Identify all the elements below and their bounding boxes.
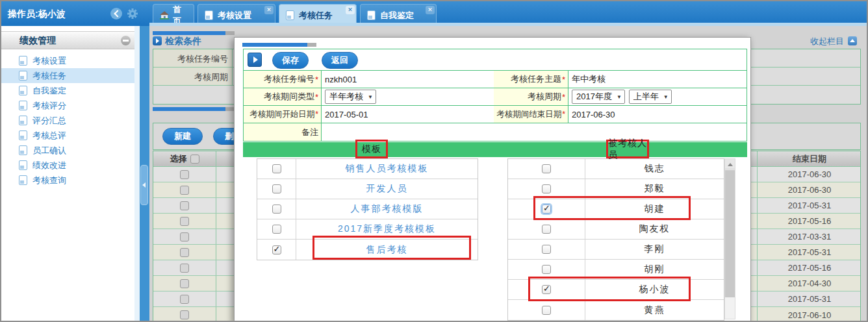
end-date-cell: 2017-06-10 bbox=[757, 307, 862, 322]
assessee-scrollbar[interactable] bbox=[724, 158, 735, 319]
sidebar-item-pingfen-huizong[interactable]: 评分汇总 bbox=[1, 113, 140, 128]
sidebar-item-kaohe-zongping[interactable]: 考核总评 bbox=[1, 128, 140, 143]
collapse-columns-link[interactable]: 收起栏目 bbox=[810, 36, 857, 47]
splitter-handle[interactable] bbox=[140, 165, 148, 205]
collapse-columns-label: 收起栏目 bbox=[810, 36, 844, 46]
sidebar-item-kaohe-shezhi[interactable]: 考核设置 bbox=[1, 53, 140, 68]
close-icon[interactable]: ✕ bbox=[264, 6, 274, 14]
scrollbar-thumb[interactable] bbox=[725, 170, 735, 297]
item-label: 考核评分 bbox=[32, 100, 66, 112]
sidebar-item-kaohe-pingfen[interactable]: 考核评分 bbox=[1, 98, 140, 113]
cycle-label: 考核周期* bbox=[494, 88, 568, 105]
end-date-field[interactable]: 2017-06-30 bbox=[568, 106, 747, 123]
row-checkbox[interactable] bbox=[180, 248, 189, 257]
close-icon[interactable]: ✕ bbox=[346, 6, 355, 14]
assessee-row: 李刚 bbox=[508, 240, 724, 260]
search-panel-title: 检索条件 bbox=[165, 36, 201, 46]
sidebar-item-ziwo-jianding[interactable]: 自我鉴定 bbox=[1, 83, 140, 98]
cycle-cell: 2017年度 上半年 bbox=[568, 88, 747, 105]
scroll-up-icon[interactable] bbox=[725, 159, 735, 169]
end-date-cell: 2017-03-31 bbox=[757, 229, 862, 244]
cycle-half-select[interactable]: 上半年 bbox=[629, 90, 672, 104]
sidebar-section-header[interactable]: 绩效管理 bbox=[1, 31, 140, 49]
sidebar-item-yuangong-queren[interactable]: 员工确认 bbox=[1, 143, 140, 158]
document-icon bbox=[286, 10, 294, 20]
assessee-checkbox[interactable] bbox=[542, 164, 551, 173]
row-checkbox[interactable] bbox=[180, 279, 189, 288]
sidebar: 绩效管理 考核设置 考核任务 自我鉴定 考核评分 评分汇总 考核总评 员工确认 … bbox=[1, 26, 140, 322]
end-date-cell: 2017-05-31 bbox=[757, 245, 862, 260]
select-all-checkbox[interactable] bbox=[190, 155, 199, 164]
sidebar-item-kaohe-chaxun[interactable]: 考核查询 bbox=[1, 173, 140, 188]
row-checkbox[interactable] bbox=[180, 217, 189, 226]
template-name-link[interactable]: 销售人员考核模板 bbox=[296, 159, 478, 179]
new-button[interactable]: 新建 bbox=[162, 128, 203, 145]
expand-arrow-icon[interactable] bbox=[153, 36, 162, 45]
item-label: 自我鉴定 bbox=[32, 85, 66, 97]
start-date-field[interactable]: 2017-05-01 bbox=[321, 106, 494, 123]
panel-grip bbox=[153, 107, 235, 111]
gear-icon[interactable] bbox=[127, 8, 138, 19]
assessee-checkbox[interactable] bbox=[542, 306, 551, 315]
row-checkbox[interactable] bbox=[180, 264, 189, 273]
sidebar-scrollbar[interactable] bbox=[134, 26, 140, 322]
document-icon bbox=[19, 56, 27, 66]
assessee-name: 陶友权 bbox=[585, 219, 724, 239]
task-no-field[interactable]: nzkh001 bbox=[321, 71, 494, 88]
period-type-select[interactable]: 半年考核 bbox=[325, 90, 376, 104]
end-date-cell: 2017-05-16 bbox=[757, 260, 862, 275]
template-name-link[interactable]: 开发人员 bbox=[296, 179, 478, 199]
end-date-cell: 2017-05-16 bbox=[757, 214, 862, 229]
subject-field[interactable]: 年中考核 bbox=[568, 71, 747, 88]
close-icon[interactable]: ✕ bbox=[426, 6, 435, 14]
template-checkbox[interactable] bbox=[272, 184, 281, 193]
assessee-checkbox[interactable] bbox=[542, 184, 551, 193]
item-label: 评分汇总 bbox=[32, 115, 66, 127]
dialog-form-box: 保存 返回 考核任务编号* nzkh001 考核任务主题* 年中考核 考核期间类… bbox=[243, 49, 747, 142]
assessee-checkbox[interactable] bbox=[542, 245, 551, 254]
row-checkbox[interactable] bbox=[180, 186, 189, 195]
dialog-grip[interactable] bbox=[242, 43, 316, 47]
form-row: 考核任务编号* nzkh001 考核任务主题* 年中考核 bbox=[244, 71, 747, 88]
item-label: 考核任务 bbox=[32, 70, 66, 82]
save-button[interactable]: 保存 bbox=[272, 52, 309, 69]
search-task-no-label: 考核任务编号 bbox=[153, 49, 233, 67]
tab-label: 自我鉴定 bbox=[380, 10, 414, 21]
template-checkbox[interactable] bbox=[272, 225, 281, 234]
end-date-label: 考核期间结束日期* bbox=[494, 106, 568, 123]
collapse-sidebar-icon[interactable] bbox=[110, 8, 122, 19]
sidebar-item-jixiao-gaijin[interactable]: 绩效改进 bbox=[1, 158, 140, 173]
item-label: 考核总评 bbox=[32, 130, 66, 142]
back-button[interactable]: 返回 bbox=[322, 52, 358, 69]
template-name-link[interactable]: 人事部考核模版 bbox=[296, 199, 478, 219]
section-title: 绩效管理 bbox=[19, 35, 56, 45]
row-checkbox[interactable] bbox=[180, 295, 189, 304]
row-checkbox[interactable] bbox=[180, 310, 189, 319]
remark-field[interactable] bbox=[321, 123, 747, 141]
tab-strip bbox=[149, 23, 868, 26]
assessee-checkbox[interactable] bbox=[542, 225, 551, 234]
template-checkbox[interactable] bbox=[272, 204, 281, 214]
end-date-header-label: 结束日期 bbox=[757, 151, 862, 166]
panel-splitter[interactable] bbox=[140, 26, 149, 322]
start-date-label: 考核期间开始日期* bbox=[244, 106, 321, 123]
sidebar-item-kaohe-renwu[interactable]: 考核任务 bbox=[1, 68, 140, 83]
period-type-cell: 半年考核 bbox=[321, 88, 494, 105]
assessee-row: 黄燕 bbox=[508, 300, 724, 320]
dialog-toolbar: 保存 返回 bbox=[244, 49, 747, 71]
collapse-section-icon[interactable] bbox=[121, 36, 131, 45]
end-date-cell: 2017-05-31 bbox=[757, 291, 862, 306]
app-window: 操作员:杨小波 首页 考核设置 ✕ bbox=[0, 0, 868, 322]
template-checkbox[interactable] bbox=[272, 245, 281, 254]
expand-arrow-icon[interactable] bbox=[248, 53, 262, 67]
highlight-box-template-header: 模板 bbox=[355, 140, 388, 158]
end-date-cell: 2017-04-30 bbox=[757, 276, 862, 291]
assessee-checkbox[interactable] bbox=[542, 265, 551, 274]
row-checkbox[interactable] bbox=[180, 201, 189, 210]
template-checkbox[interactable] bbox=[272, 164, 281, 173]
row-checkbox[interactable] bbox=[180, 232, 189, 242]
highlight-box-template-shouhou bbox=[313, 236, 471, 260]
highlight-box-assessee-yangxiaobo bbox=[528, 277, 691, 301]
cycle-year-select[interactable]: 2017年度 bbox=[572, 90, 625, 104]
row-checkbox[interactable] bbox=[180, 170, 189, 179]
